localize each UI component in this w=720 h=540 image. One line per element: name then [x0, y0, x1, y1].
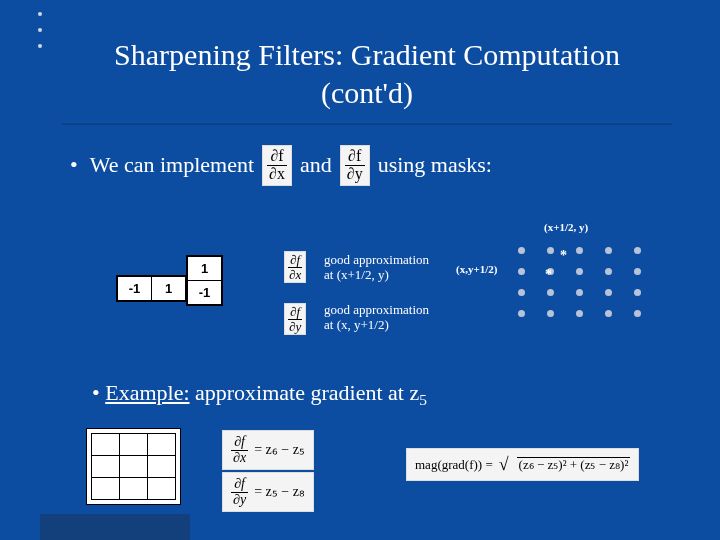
- bullet-implement-masks: • We can implement ∂f ∂x and ∂f ∂y using…: [70, 145, 720, 186]
- title-line-1: Sharpening Filters: Gradient Computation: [114, 38, 620, 71]
- equation-magnitude: mag(grad(f)) = √(z₆ − z₅)² + (z₅ − z₈)²: [406, 448, 639, 481]
- fraction-df-dx: ∂f ∂x: [262, 145, 292, 186]
- mask-horizontal: -1 1: [116, 275, 187, 302]
- label-x-half-y: (x+1/2, y): [544, 221, 588, 233]
- small-frac-dy: ∂f∂y: [284, 303, 306, 335]
- equation-dfdy: ∂f∂y = z₅ − z₈: [222, 472, 314, 512]
- bullet-dot: •: [70, 152, 78, 178]
- small-frac-dx: ∂f∂x: [284, 251, 306, 283]
- slide-title: Sharpening Filters: Gradient Computation…: [62, 30, 672, 123]
- pixel-grid: [518, 247, 641, 331]
- label-xy-half: (x,y+1/2): [456, 263, 497, 275]
- bullet-tail: using masks:: [378, 152, 492, 178]
- title-line-2: (cont'd): [321, 76, 413, 109]
- approx-text-y: good approximationat (x, y+1/2): [324, 303, 429, 333]
- example-underline: Example:: [105, 380, 189, 405]
- example-line: • Example: approximate gradient at z5: [92, 380, 427, 409]
- star-marker-2: *: [545, 267, 552, 283]
- bullet-and: and: [300, 152, 332, 178]
- approx-text-x: good approximationat (x+1/2, y): [324, 253, 429, 283]
- bullet-lead: We can implement: [90, 152, 254, 178]
- fraction-df-dy: ∂f ∂y: [340, 145, 370, 186]
- z-neighborhood-table: Z1Z2Z3 Z4Z5Z6 Z7Z8Z9: [86, 428, 181, 505]
- decorative-dots: [38, 12, 42, 48]
- star-marker-1: *: [560, 248, 567, 264]
- footer-accent-bar: [40, 514, 190, 540]
- mask-vertical: 1 -1: [186, 255, 223, 306]
- equation-dfdx: ∂f∂x = z₆ − z₅: [222, 430, 314, 470]
